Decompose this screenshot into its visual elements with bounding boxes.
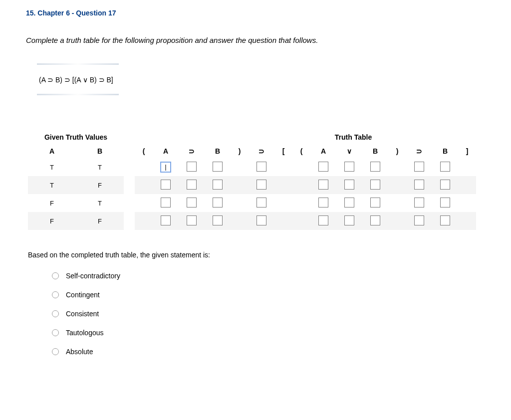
col-rparen: ) <box>231 144 249 158</box>
col-A3: A <box>310 144 336 158</box>
truth-cell-input[interactable] <box>414 198 424 208</box>
option-label: Contingent <box>66 291 100 299</box>
option-consistent[interactable]: Consistent <box>52 310 485 318</box>
given-B: F <box>76 212 124 230</box>
given-A: F <box>28 194 76 212</box>
divider-bottom <box>37 94 119 95</box>
truth-cell-input[interactable] <box>187 162 197 172</box>
truth-cell-input[interactable] <box>344 198 354 208</box>
truth-cell-input[interactable] <box>414 215 424 225</box>
truth-cell-input[interactable] <box>161 198 171 208</box>
truth-cell-input[interactable] <box>187 180 197 190</box>
truth-cell-input[interactable] <box>344 162 354 172</box>
truth-cell-input[interactable] <box>213 180 223 190</box>
truth-cell-input[interactable] <box>256 198 266 208</box>
option-label: Consistent <box>66 310 99 318</box>
question-title: 15. Chapter 6 - Question 17 <box>26 9 485 17</box>
option-tautologous[interactable]: Tautologous <box>52 329 485 337</box>
col-lparen2: ( <box>292 144 310 158</box>
truth-cell-input[interactable] <box>213 215 223 225</box>
follow-up-question: Based on the completed truth table, the … <box>28 251 485 259</box>
proposition-text: (A ⊃ B) ⊃ [(A ∨ B) ⊃ B] <box>37 65 127 94</box>
col-sup2: ⊃ <box>249 144 274 158</box>
given-B: T <box>76 158 124 176</box>
truth-cell-input[interactable] <box>440 162 450 172</box>
col-rparen2: ) <box>388 144 406 158</box>
option-label: Self-contradictory <box>66 272 120 280</box>
truth-cell-input[interactable] <box>318 180 328 190</box>
truth-cell-input[interactable] <box>370 198 380 208</box>
col-B4: B <box>432 144 458 158</box>
col-or: ∨ <box>336 144 362 158</box>
answer-options: Self-contradictory Contingent Consistent… <box>52 272 485 356</box>
col-B3: B <box>362 144 388 158</box>
truth-cell-input[interactable] <box>213 198 223 208</box>
question-instructions: Complete a truth table for the following… <box>26 36 485 44</box>
truth-cell-input[interactable] <box>440 198 450 208</box>
given-B: T <box>76 194 124 212</box>
truth-cell-input[interactable] <box>344 180 354 190</box>
col-lparen: ( <box>135 144 153 158</box>
truth-cell-input[interactable] <box>370 162 380 172</box>
truth-cell-input[interactable] <box>318 162 328 172</box>
given-values-header: Given Truth Values <box>28 130 124 144</box>
truth-cell-input[interactable] <box>370 215 380 225</box>
option-absolute[interactable]: Absolute <box>52 348 485 356</box>
col-sup3: ⊃ <box>406 144 432 158</box>
radio-icon[interactable] <box>52 329 59 336</box>
col-B: B <box>76 144 124 158</box>
radio-icon[interactable] <box>52 272 59 279</box>
truth-cell-input[interactable] <box>344 215 354 225</box>
truth-cell-input[interactable] <box>414 180 424 190</box>
truth-table-header: Truth Table <box>249 130 458 144</box>
col-rbrack: ] <box>458 144 476 158</box>
truth-cell-input[interactable] <box>318 215 328 225</box>
col-A2: A <box>153 144 179 158</box>
truth-cell-input[interactable]: | <box>161 162 171 172</box>
truth-cell-input[interactable] <box>256 180 266 190</box>
col-A: A <box>28 144 76 158</box>
option-self-contradictory[interactable]: Self-contradictory <box>52 272 485 280</box>
col-B2: B <box>205 144 231 158</box>
truth-cell-input[interactable] <box>414 162 424 172</box>
truth-cell-input[interactable] <box>318 198 328 208</box>
truth-cell-input[interactable] <box>256 215 266 225</box>
option-label: Absolute <box>66 348 93 356</box>
proposition-block: (A ⊃ B) ⊃ [(A ∨ B) ⊃ B] <box>37 63 127 95</box>
col-lbrack: [ <box>274 144 292 158</box>
option-label: Tautologous <box>66 329 104 337</box>
truth-cell-input[interactable] <box>161 180 171 190</box>
truth-cell-input[interactable] <box>440 180 450 190</box>
truth-cell-input[interactable] <box>161 215 171 225</box>
option-contingent[interactable]: Contingent <box>52 291 485 299</box>
given-A: T <box>28 176 76 194</box>
truth-cell-input[interactable] <box>440 215 450 225</box>
truth-cell-input[interactable] <box>370 180 380 190</box>
truth-cell-input[interactable] <box>256 162 266 172</box>
col-sup1: ⊃ <box>179 144 205 158</box>
gap <box>124 130 135 144</box>
given-B: F <box>76 176 124 194</box>
radio-icon[interactable] <box>52 310 59 317</box>
given-A: T <box>28 158 76 176</box>
radio-icon[interactable] <box>52 291 59 298</box>
truth-table: Given Truth Values Truth Table A B ( A ⊃… <box>28 130 476 230</box>
truth-cell-input[interactable] <box>187 215 197 225</box>
truth-cell-input[interactable] <box>187 198 197 208</box>
radio-icon[interactable] <box>52 348 59 355</box>
truth-cell-input[interactable] <box>213 162 223 172</box>
given-A: F <box>28 212 76 230</box>
